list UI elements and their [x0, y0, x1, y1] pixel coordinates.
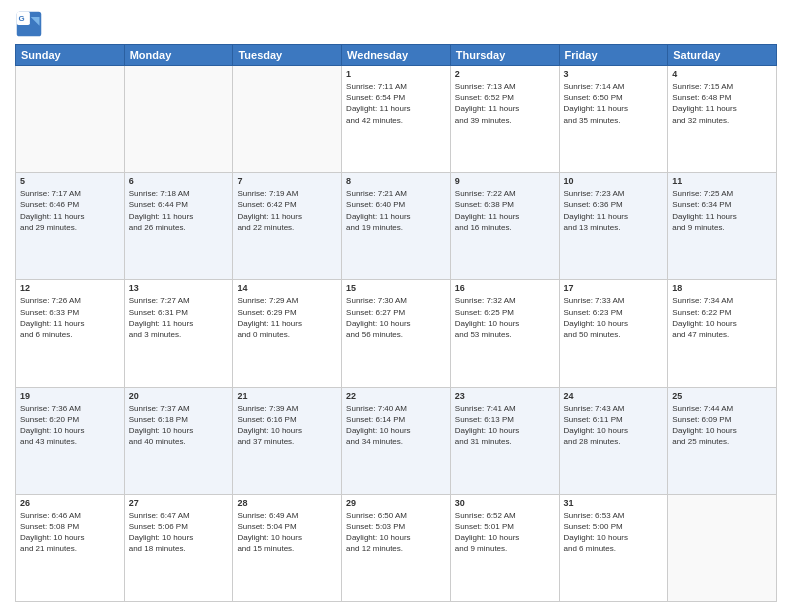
- day-number: 3: [564, 69, 664, 79]
- calendar-cell: 9Sunrise: 7:22 AM Sunset: 6:38 PM Daylig…: [450, 173, 559, 280]
- day-number: 13: [129, 283, 229, 293]
- calendar-cell: 16Sunrise: 7:32 AM Sunset: 6:25 PM Dayli…: [450, 280, 559, 387]
- day-info: Sunrise: 7:41 AM Sunset: 6:13 PM Dayligh…: [455, 403, 555, 448]
- calendar-cell: 30Sunrise: 6:52 AM Sunset: 5:01 PM Dayli…: [450, 494, 559, 601]
- day-info: Sunrise: 7:19 AM Sunset: 6:42 PM Dayligh…: [237, 188, 337, 233]
- calendar-cell: 18Sunrise: 7:34 AM Sunset: 6:22 PM Dayli…: [668, 280, 777, 387]
- day-info: Sunrise: 7:43 AM Sunset: 6:11 PM Dayligh…: [564, 403, 664, 448]
- day-info: Sunrise: 7:27 AM Sunset: 6:31 PM Dayligh…: [129, 295, 229, 340]
- day-info: Sunrise: 7:36 AM Sunset: 6:20 PM Dayligh…: [20, 403, 120, 448]
- day-header-thursday: Thursday: [450, 45, 559, 66]
- day-info: Sunrise: 7:32 AM Sunset: 6:25 PM Dayligh…: [455, 295, 555, 340]
- day-number: 8: [346, 176, 446, 186]
- day-number: 12: [20, 283, 120, 293]
- day-header-friday: Friday: [559, 45, 668, 66]
- day-info: Sunrise: 7:23 AM Sunset: 6:36 PM Dayligh…: [564, 188, 664, 233]
- day-number: 17: [564, 283, 664, 293]
- calendar-cell: 23Sunrise: 7:41 AM Sunset: 6:13 PM Dayli…: [450, 387, 559, 494]
- day-number: 4: [672, 69, 772, 79]
- week-row-3: 12Sunrise: 7:26 AM Sunset: 6:33 PM Dayli…: [16, 280, 777, 387]
- day-info: Sunrise: 7:37 AM Sunset: 6:18 PM Dayligh…: [129, 403, 229, 448]
- day-number: 15: [346, 283, 446, 293]
- calendar-cell: 15Sunrise: 7:30 AM Sunset: 6:27 PM Dayli…: [342, 280, 451, 387]
- day-header-sunday: Sunday: [16, 45, 125, 66]
- header: G: [15, 10, 777, 38]
- calendar-table: SundayMondayTuesdayWednesdayThursdayFrid…: [15, 44, 777, 602]
- calendar-cell: 7Sunrise: 7:19 AM Sunset: 6:42 PM Daylig…: [233, 173, 342, 280]
- day-number: 7: [237, 176, 337, 186]
- day-number: 23: [455, 391, 555, 401]
- week-row-4: 19Sunrise: 7:36 AM Sunset: 6:20 PM Dayli…: [16, 387, 777, 494]
- calendar-cell: 11Sunrise: 7:25 AM Sunset: 6:34 PM Dayli…: [668, 173, 777, 280]
- svg-text:G: G: [19, 14, 25, 23]
- calendar-cell: 4Sunrise: 7:15 AM Sunset: 6:48 PM Daylig…: [668, 66, 777, 173]
- day-header-tuesday: Tuesday: [233, 45, 342, 66]
- day-info: Sunrise: 7:26 AM Sunset: 6:33 PM Dayligh…: [20, 295, 120, 340]
- day-info: Sunrise: 7:29 AM Sunset: 6:29 PM Dayligh…: [237, 295, 337, 340]
- calendar-cell: 20Sunrise: 7:37 AM Sunset: 6:18 PM Dayli…: [124, 387, 233, 494]
- calendar-cell: 5Sunrise: 7:17 AM Sunset: 6:46 PM Daylig…: [16, 173, 125, 280]
- day-info: Sunrise: 6:46 AM Sunset: 5:08 PM Dayligh…: [20, 510, 120, 555]
- week-row-5: 26Sunrise: 6:46 AM Sunset: 5:08 PM Dayli…: [16, 494, 777, 601]
- day-info: Sunrise: 7:34 AM Sunset: 6:22 PM Dayligh…: [672, 295, 772, 340]
- calendar-cell: 28Sunrise: 6:49 AM Sunset: 5:04 PM Dayli…: [233, 494, 342, 601]
- day-number: 5: [20, 176, 120, 186]
- day-info: Sunrise: 7:44 AM Sunset: 6:09 PM Dayligh…: [672, 403, 772, 448]
- day-number: 26: [20, 498, 120, 508]
- day-number: 24: [564, 391, 664, 401]
- day-number: 2: [455, 69, 555, 79]
- calendar-cell: 12Sunrise: 7:26 AM Sunset: 6:33 PM Dayli…: [16, 280, 125, 387]
- day-info: Sunrise: 7:30 AM Sunset: 6:27 PM Dayligh…: [346, 295, 446, 340]
- calendar-cell: 2Sunrise: 7:13 AM Sunset: 6:52 PM Daylig…: [450, 66, 559, 173]
- day-number: 29: [346, 498, 446, 508]
- day-info: Sunrise: 7:21 AM Sunset: 6:40 PM Dayligh…: [346, 188, 446, 233]
- calendar-page: G SundayMondayTuesdayWednesdayThursdayFr…: [0, 0, 792, 612]
- day-number: 30: [455, 498, 555, 508]
- day-number: 20: [129, 391, 229, 401]
- day-info: Sunrise: 7:14 AM Sunset: 6:50 PM Dayligh…: [564, 81, 664, 126]
- calendar-cell: [16, 66, 125, 173]
- day-number: 6: [129, 176, 229, 186]
- calendar-cell: 29Sunrise: 6:50 AM Sunset: 5:03 PM Dayli…: [342, 494, 451, 601]
- day-info: Sunrise: 7:15 AM Sunset: 6:48 PM Dayligh…: [672, 81, 772, 126]
- day-number: 27: [129, 498, 229, 508]
- calendar-cell: [233, 66, 342, 173]
- day-number: 16: [455, 283, 555, 293]
- calendar-cell: 3Sunrise: 7:14 AM Sunset: 6:50 PM Daylig…: [559, 66, 668, 173]
- header-row: SundayMondayTuesdayWednesdayThursdayFrid…: [16, 45, 777, 66]
- day-info: Sunrise: 6:50 AM Sunset: 5:03 PM Dayligh…: [346, 510, 446, 555]
- day-number: 9: [455, 176, 555, 186]
- calendar-cell: 22Sunrise: 7:40 AM Sunset: 6:14 PM Dayli…: [342, 387, 451, 494]
- calendar-cell: 19Sunrise: 7:36 AM Sunset: 6:20 PM Dayli…: [16, 387, 125, 494]
- day-info: Sunrise: 6:53 AM Sunset: 5:00 PM Dayligh…: [564, 510, 664, 555]
- calendar-cell: 14Sunrise: 7:29 AM Sunset: 6:29 PM Dayli…: [233, 280, 342, 387]
- day-number: 1: [346, 69, 446, 79]
- day-number: 14: [237, 283, 337, 293]
- day-number: 10: [564, 176, 664, 186]
- day-info: Sunrise: 7:39 AM Sunset: 6:16 PM Dayligh…: [237, 403, 337, 448]
- calendar-cell: 24Sunrise: 7:43 AM Sunset: 6:11 PM Dayli…: [559, 387, 668, 494]
- day-info: Sunrise: 6:52 AM Sunset: 5:01 PM Dayligh…: [455, 510, 555, 555]
- day-info: Sunrise: 6:47 AM Sunset: 5:06 PM Dayligh…: [129, 510, 229, 555]
- calendar-cell: 26Sunrise: 6:46 AM Sunset: 5:08 PM Dayli…: [16, 494, 125, 601]
- week-row-2: 5Sunrise: 7:17 AM Sunset: 6:46 PM Daylig…: [16, 173, 777, 280]
- day-number: 18: [672, 283, 772, 293]
- logo: G: [15, 10, 47, 38]
- calendar-cell: 27Sunrise: 6:47 AM Sunset: 5:06 PM Dayli…: [124, 494, 233, 601]
- day-header-saturday: Saturday: [668, 45, 777, 66]
- day-info: Sunrise: 7:17 AM Sunset: 6:46 PM Dayligh…: [20, 188, 120, 233]
- calendar-cell: [124, 66, 233, 173]
- calendar-cell: [668, 494, 777, 601]
- calendar-cell: 8Sunrise: 7:21 AM Sunset: 6:40 PM Daylig…: [342, 173, 451, 280]
- day-number: 22: [346, 391, 446, 401]
- calendar-cell: 31Sunrise: 6:53 AM Sunset: 5:00 PM Dayli…: [559, 494, 668, 601]
- logo-icon: G: [15, 10, 43, 38]
- day-number: 28: [237, 498, 337, 508]
- calendar-cell: 17Sunrise: 7:33 AM Sunset: 6:23 PM Dayli…: [559, 280, 668, 387]
- calendar-cell: 25Sunrise: 7:44 AM Sunset: 6:09 PM Dayli…: [668, 387, 777, 494]
- day-number: 21: [237, 391, 337, 401]
- calendar-cell: 1Sunrise: 7:11 AM Sunset: 6:54 PM Daylig…: [342, 66, 451, 173]
- day-header-monday: Monday: [124, 45, 233, 66]
- day-number: 25: [672, 391, 772, 401]
- day-info: Sunrise: 7:18 AM Sunset: 6:44 PM Dayligh…: [129, 188, 229, 233]
